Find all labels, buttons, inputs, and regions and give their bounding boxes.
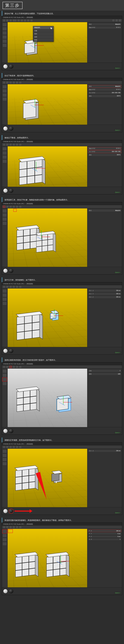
toolbar-button[interactable] (13, 366, 15, 368)
tool-button[interactable] (3, 542, 7, 546)
material-swatch-black[interactable] (9, 509, 13, 513)
tool-button[interactable] (3, 450, 7, 453)
attr-row[interactable]: 数量 X/Y/Z3 / 3 / 1 (88, 147, 121, 150)
attr-row[interactable]: S . X1 (88, 538, 121, 540)
tool-button[interactable] (3, 44, 7, 47)
material-swatch[interactable] (9, 188, 13, 193)
toolbar-button[interactable] (13, 81, 15, 84)
toolbar-button[interactable] (19, 81, 22, 84)
tool-button[interactable] (3, 534, 7, 537)
toolbar-button[interactable] (6, 366, 9, 368)
toolbar-button[interactable] (19, 366, 22, 368)
toolbar-button[interactable] (24, 19, 27, 22)
toolbar-button[interactable] (9, 143, 12, 146)
viewport[interactable] (8, 288, 87, 347)
attr-row[interactable]: 尺寸 . X200 cm (88, 289, 121, 292)
toolbar-button[interactable] (6, 143, 9, 146)
viewport[interactable] (8, 84, 87, 125)
cube-object[interactable] (23, 101, 36, 118)
attr-row[interactable]: 数量 X/Y/Z3 / 3 / 1 (88, 26, 121, 29)
toolbar-button[interactable] (6, 19, 9, 22)
toolbar-button[interactable] (30, 19, 33, 22)
tool-button[interactable] (3, 298, 7, 301)
toolbar-button[interactable] (112, 19, 115, 22)
toolbar-button[interactable] (16, 366, 19, 368)
clone-grid[interactable] (15, 468, 36, 490)
menu-item[interactable]: 线性 (33, 32, 53, 36)
material-swatch[interactable] (9, 126, 13, 131)
cube-object[interactable] (24, 42, 35, 54)
viewport[interactable] (8, 529, 87, 587)
axis-gizmo[interactable] (54, 309, 54, 318)
toolbar-button[interactable] (6, 526, 9, 528)
attr-row[interactable]: 尺寸 X/Y/Z200 / 200 / 200 (88, 150, 121, 153)
toolbar-button[interactable] (13, 143, 15, 146)
toolbar-button[interactable] (3, 143, 6, 146)
material-swatch[interactable] (9, 64, 13, 69)
tool-button[interactable] (3, 35, 7, 39)
tool-button[interactable] (3, 85, 7, 88)
tool-button[interactable] (3, 40, 7, 43)
attr-row[interactable]: 填充100 % (88, 95, 121, 98)
tool-button[interactable] (3, 454, 7, 457)
attr-mode-row[interactable]: 模式网格排列 (88, 85, 121, 88)
tool-button[interactable] (3, 222, 7, 225)
scale-tool-button[interactable] (9, 366, 12, 368)
toolbar-button[interactable] (19, 446, 22, 448)
clone-grid-2[interactable] (46, 554, 67, 577)
axis-gizmo[interactable] (41, 230, 42, 239)
tool-button[interactable] (3, 218, 7, 221)
material-swatch[interactable] (9, 589, 13, 594)
viewport[interactable] (8, 208, 87, 267)
toolbar-button[interactable] (9, 81, 12, 84)
toolbar-button[interactable] (19, 286, 22, 288)
tool-button[interactable] (3, 382, 7, 385)
attr-row[interactable]: 数量 X/Y/Z3 / 3 / 1 (88, 88, 121, 91)
toolbar-button[interactable] (17, 19, 20, 22)
viewport[interactable] (8, 449, 87, 507)
toolbar-button[interactable] (16, 143, 19, 146)
toolbar-button[interactable] (16, 286, 19, 288)
tool-button[interactable] (3, 155, 7, 159)
tool-button[interactable] (3, 538, 7, 542)
material-swatch[interactable] (3, 509, 8, 513)
toolbar-button[interactable] (3, 286, 6, 288)
toolbar-button[interactable] (3, 526, 6, 528)
material-swatch[interactable] (3, 349, 8, 353)
attr-row[interactable]: 圆角关闭 (88, 372, 121, 376)
model-mode-button[interactable] (3, 530, 7, 533)
tool-button[interactable] (3, 302, 7, 305)
tool-button[interactable] (3, 27, 7, 31)
tool-button[interactable] (3, 31, 7, 35)
toolbar-button[interactable] (3, 81, 6, 84)
menu-item-clone[interactable]: 网格排列 (33, 26, 53, 29)
toolbar-button[interactable] (13, 206, 15, 208)
toolbar-button[interactable] (13, 446, 15, 448)
tool-button[interactable] (3, 458, 7, 461)
attr-row[interactable]: 填充100 % (88, 154, 121, 156)
material-swatch[interactable] (9, 268, 13, 273)
tool-button[interactable] (3, 89, 7, 93)
toolbar-button[interactable] (6, 446, 9, 448)
attr-row[interactable]: 尺寸 . Y200 cm (88, 292, 121, 295)
toolbar-button[interactable] (115, 19, 118, 22)
attr-row[interactable]: 尺寸 X/Y/Z200 / 200 / 200 (88, 92, 121, 94)
toolbar-button[interactable] (9, 286, 12, 288)
material-swatch[interactable] (3, 188, 8, 193)
toolbar-button[interactable] (6, 286, 9, 288)
single-cube-selected[interactable] (50, 312, 56, 319)
toolbar-button[interactable] (16, 81, 19, 84)
toolbar-button[interactable] (118, 19, 121, 22)
attr-row[interactable]: 尺寸 . Z200 cm (88, 296, 121, 298)
material-swatch[interactable] (9, 349, 13, 353)
cube-with-material[interactable] (52, 473, 59, 482)
axis-gizmo[interactable] (61, 554, 61, 564)
toolbar-button[interactable] (9, 446, 12, 448)
menu-item[interactable]: 对象 (33, 29, 53, 32)
material-swatch[interactable] (3, 126, 8, 131)
viewport[interactable] (8, 146, 87, 187)
tool-button[interactable] (3, 374, 7, 377)
toolbar-button[interactable] (13, 286, 15, 288)
toolbar-button[interactable] (13, 19, 17, 22)
polygon-mode-button[interactable] (3, 378, 7, 381)
